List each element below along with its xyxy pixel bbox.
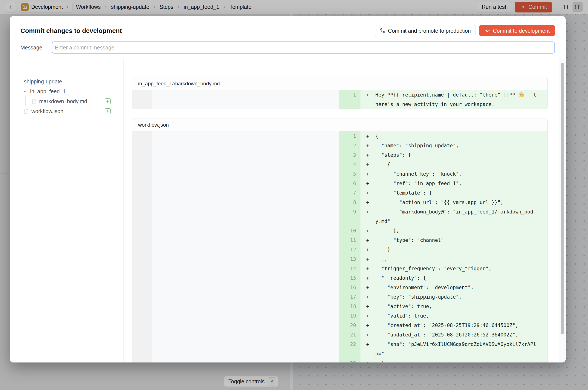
diff-line: 8+ "action_url": "{{ vars.app_url }}", bbox=[132, 197, 547, 207]
diff-old-gutter bbox=[132, 188, 152, 197]
diff-old-gutter bbox=[132, 311, 152, 321]
commit-modal-body: shipping-update in_app_feed_1markdown_bo… bbox=[10, 59, 566, 362]
diff-new-code: + "sha": "pJeLVir6xIlUCMGqs9qroZoUAVDSwA… bbox=[361, 340, 548, 358]
tree-file-label: markdown_body.md bbox=[39, 98, 87, 104]
tree-file-markdown_body.md[interactable]: markdown_body.md+ bbox=[23, 96, 110, 106]
diff-added-sign: + bbox=[361, 358, 369, 362]
diff-added-sign: + bbox=[361, 236, 369, 245]
diff-old-code bbox=[152, 207, 339, 226]
diff-line-number: 11 bbox=[339, 236, 361, 245]
diff-panel-in_app_feed_1/markdown_body.md: in_app_feed_1/markdown_body.md1+Hey **{{… bbox=[132, 77, 548, 109]
commit-to-development-button[interactable]: Commit to development bbox=[479, 25, 555, 36]
diff-new-code: + "environment": "development", bbox=[361, 283, 548, 292]
diff-old-code bbox=[152, 160, 339, 169]
diff-code-text: }, bbox=[369, 226, 547, 236]
diff-new-code: + "updated_at": "2025-08-26T20:26:52.364… bbox=[361, 330, 548, 340]
diff-new-code: +Hey **{{ recipient.name | default: "the… bbox=[361, 90, 548, 109]
commit-and-promote-button[interactable]: Commit and promote to production bbox=[375, 25, 476, 36]
diff-old-code bbox=[152, 273, 339, 283]
diff-new-code: + "valid": true, bbox=[361, 311, 548, 321]
diff-line: 17+ "key": "shipping-update", bbox=[132, 292, 547, 302]
diff-line-number: 12 bbox=[339, 245, 361, 254]
diff-old-code bbox=[152, 90, 339, 109]
diff-added-sign: + bbox=[361, 283, 369, 292]
diff-old-gutter bbox=[132, 292, 152, 302]
diff-added-sign: + bbox=[361, 321, 369, 330]
diff-new-code: + ], bbox=[361, 254, 548, 264]
diff-new-code: + "name": "shipping-update", bbox=[361, 141, 548, 150]
diff-code-text: { bbox=[369, 131, 547, 141]
diff-line: 3+ "steps": [ bbox=[132, 150, 547, 160]
diff-line-number: 17 bbox=[339, 292, 361, 302]
diff-old-code bbox=[152, 150, 339, 160]
diff-old-code bbox=[152, 264, 339, 273]
diff-line-number: 18 bbox=[339, 302, 361, 311]
diff-line-number: 3 bbox=[339, 150, 361, 160]
diff-line-number: 2 bbox=[339, 141, 361, 150]
diff-added-sign: + bbox=[361, 150, 369, 160]
message-label: Message bbox=[20, 45, 52, 51]
diff-line: 1+{ bbox=[132, 131, 547, 141]
diff-old-code bbox=[152, 179, 339, 188]
commit-message-input[interactable] bbox=[52, 42, 555, 53]
diff-line: 18+ "active": true, bbox=[132, 302, 547, 311]
diff-code-text: { bbox=[369, 160, 547, 169]
diff-line-number: 15 bbox=[339, 273, 361, 283]
diff-added-sign: + bbox=[361, 226, 369, 236]
diff-old-gutter bbox=[132, 160, 152, 169]
modal-scrollbar-track[interactable] bbox=[559, 59, 566, 362]
diff-new-code: + "ref": "in_app_feed_1", bbox=[361, 179, 548, 188]
diff-added-sign: + bbox=[361, 160, 369, 169]
diff-old-code bbox=[152, 188, 339, 197]
diff-old-gutter bbox=[132, 236, 152, 245]
diff-old-gutter bbox=[132, 302, 152, 311]
diff-old-code bbox=[152, 340, 339, 358]
diff-line-number: 8 bbox=[339, 197, 361, 207]
diff-code-text: "type": "channel" bbox=[369, 236, 547, 245]
diff-old-gutter bbox=[132, 207, 152, 226]
diff-line: 12+ } bbox=[132, 245, 547, 254]
tree-file-workflow.json[interactable]: workflow.json+ bbox=[23, 106, 110, 116]
diff-code-text: "environment": "development", bbox=[369, 283, 547, 292]
diff-old-gutter bbox=[132, 340, 152, 358]
tree-root-label: shipping-update bbox=[24, 79, 62, 85]
diff-old-gutter bbox=[132, 321, 152, 330]
diff-line-number: 1 bbox=[339, 90, 361, 109]
diff-line-number: 16 bbox=[339, 283, 361, 292]
diff-old-gutter bbox=[132, 226, 152, 236]
diff-code-text: "markdown_body@": "in_app_feed_1/markdow… bbox=[369, 207, 547, 226]
diff-line-number: 20 bbox=[339, 321, 361, 330]
diff-old-code bbox=[152, 226, 339, 236]
diff-old-gutter bbox=[132, 131, 152, 141]
tree-folder-in_app_feed_1[interactable]: in_app_feed_1 bbox=[23, 86, 110, 96]
tree-root-workflow: shipping-update bbox=[23, 77, 110, 86]
diff-code-text: "sha": "pJeLVir6xIlUCMGqs9qroZoUAVDSwA0y… bbox=[369, 340, 547, 358]
diff-code-text: "created_at": "2025-08-25T19:29:46.64450… bbox=[369, 321, 547, 330]
diff-old-code bbox=[152, 141, 339, 150]
diff-new-code: + { bbox=[361, 160, 548, 169]
diff-new-code: + "channel_key": "knock", bbox=[361, 169, 548, 179]
diff-added-sign: + bbox=[361, 131, 369, 141]
diff-old-gutter bbox=[132, 90, 152, 109]
chevron-down-icon bbox=[23, 89, 28, 94]
diff-old-gutter bbox=[132, 141, 152, 150]
diff-line: 4+ { bbox=[132, 160, 547, 169]
diff-code-text: "updated_at": "2025-08-26T20:26:52.36400… bbox=[369, 330, 547, 340]
commit-to-development-label: Commit to development bbox=[493, 28, 550, 34]
diff-old-code bbox=[152, 321, 339, 330]
diff-old-code bbox=[152, 311, 339, 321]
diff-added-sign: + bbox=[361, 302, 369, 311]
app-screen: Development Workflowsshipping-updateStep… bbox=[0, 0, 588, 390]
diff-line: 11+ "type": "channel" bbox=[132, 236, 547, 245]
tree-indent-guide bbox=[25, 96, 26, 106]
diff-new-code: + "created_at": "2025-08-25T19:29:46.644… bbox=[361, 321, 548, 330]
diff-new-code: + "type": "channel" bbox=[361, 236, 548, 245]
text-caret bbox=[55, 44, 55, 51]
diff-added-sign: + bbox=[361, 188, 369, 197]
diff-code-text: "name": "shipping-update", bbox=[369, 141, 547, 150]
modal-scrollbar-thumb[interactable] bbox=[561, 63, 564, 334]
diff-new-code: +{ bbox=[361, 131, 548, 141]
diff-code-text: "active": true, bbox=[369, 302, 547, 311]
diff-code-text: ], bbox=[369, 254, 547, 264]
diff-added-sign: + bbox=[361, 340, 369, 349]
